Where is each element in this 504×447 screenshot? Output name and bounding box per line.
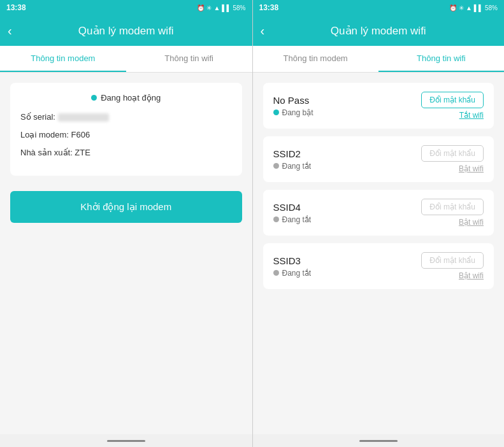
wifi-card-row-2: SSID4Đang tắtĐổi mật khẩuBật wifi xyxy=(273,199,484,227)
bottom-indicator-left xyxy=(107,440,145,442)
tabs-right: Thông tin modem Thông tin wifi xyxy=(253,46,505,73)
status-label: Đang hoạt động xyxy=(101,93,161,103)
status-indicator: Đang hoạt động xyxy=(20,93,232,103)
header-left: ‹ Quản lý modem wifi xyxy=(0,15,252,46)
tab-wifi-info-right[interactable]: Thông tin wifi xyxy=(378,46,504,72)
tab-modem-info-left[interactable]: Thông tin modem xyxy=(0,46,126,72)
time-left: 13:38 xyxy=(6,3,26,12)
content-right: No PassĐang bậtĐổi mật khẩuTắt wifiSSID2… xyxy=(253,73,505,434)
alarm-icon: ⏰ xyxy=(197,4,205,11)
bluetooth-icon: ✳ xyxy=(206,4,212,11)
status-icons-left: ⏰ ✳ ▲ ▌▌ 58% xyxy=(197,4,245,11)
wifi-name-1: SSID2 xyxy=(273,148,312,159)
back-button-left[interactable]: ‹ xyxy=(8,24,12,38)
change-pass-button-0[interactable]: Đổi mật khẩu xyxy=(421,92,484,108)
back-button-right[interactable]: ‹ xyxy=(261,24,265,38)
battery-text-r: 58% xyxy=(485,4,498,11)
wifi-card-left-0: No PassĐang bật xyxy=(273,95,313,117)
wifi-status-dot-2 xyxy=(273,216,279,222)
time-right: 13:38 xyxy=(259,3,279,12)
serial-row: Số serial: xyxy=(20,111,232,123)
toggle-wifi-button-2[interactable]: Bật wifi xyxy=(459,218,484,227)
modem-info-card: Đang hoạt động Số serial: Loại modem: F6… xyxy=(10,83,242,176)
wifi-name-3: SSID3 xyxy=(273,255,312,266)
wifi-card-row-1: SSID2Đang tắtĐổi mật khẩuBật wifi xyxy=(273,145,484,173)
wifi-status-dot-1 xyxy=(273,163,279,169)
model-row: Loại modem: F606 xyxy=(20,129,232,141)
wifi-status-text-0: Đang bật xyxy=(282,108,313,117)
header-title-right: Quản lý modem wifi xyxy=(331,24,426,38)
wifi-actions-3: Đổi mật khẩuBật wifi xyxy=(421,252,484,280)
change-pass-button-1[interactable]: Đổi mật khẩu xyxy=(421,145,484,162)
alarm-icon-r: ⏰ xyxy=(449,4,457,11)
wifi-card-left-1: SSID2Đang tắt xyxy=(273,148,312,171)
wifi-card-left-2: SSID4Đang tắt xyxy=(273,202,312,224)
wifi-status-row-2: Đang tắt xyxy=(273,215,312,224)
bottom-indicator-right xyxy=(359,440,398,442)
active-dot xyxy=(91,95,97,101)
change-pass-button-2[interactable]: Đổi mật khẩu xyxy=(421,199,484,215)
wifi-card-row-3: SSID3Đang tắtĐổi mật khẩuBật wifi xyxy=(273,252,484,280)
wifi-card-1: SSID2Đang tắtĐổi mật khẩuBật wifi xyxy=(263,136,494,182)
toggle-wifi-button-3[interactable]: Bật wifi xyxy=(459,271,484,280)
wifi-status-text-1: Đang tắt xyxy=(282,162,312,171)
header-title-left: Quản lý modem wifi xyxy=(78,24,174,38)
wifi-status-row-3: Đang tắt xyxy=(273,269,312,278)
wifi-status-text-2: Đang tắt xyxy=(282,215,312,224)
tab-modem-info-right[interactable]: Thông tin modem xyxy=(253,46,378,72)
wifi-card-0: No PassĐang bậtĐổi mật khẩuTắt wifi xyxy=(263,83,494,129)
wifi-name-0: No Pass xyxy=(273,95,313,106)
tabs-left: Thông tin modem Thông tin wifi xyxy=(0,46,252,73)
toggle-wifi-button-0[interactable]: Tắt wifi xyxy=(459,111,484,120)
bottom-bar-left xyxy=(0,434,252,447)
wifi-actions-0: Đổi mật khẩuTắt wifi xyxy=(421,92,484,120)
signal-icon-r: ▌▌ xyxy=(474,4,483,11)
battery-text: 58% xyxy=(233,4,245,11)
wifi-status-dot-3 xyxy=(273,270,279,276)
toggle-wifi-button-1[interactable]: Bật wifi xyxy=(459,164,484,173)
wifi-status-dot-0 xyxy=(273,110,279,115)
wifi-icon: ▲ xyxy=(213,4,220,11)
status-bar-right: 13:38 ⏰ ✳ ▲ ▌▌ 58% xyxy=(253,0,505,15)
bluetooth-icon-r: ✳ xyxy=(459,4,464,11)
bottom-bar-right xyxy=(253,434,505,447)
signal-icon: ▌▌ xyxy=(222,4,231,11)
header-right: ‹ Quản lý modem wifi xyxy=(253,15,505,46)
status-icons-right: ⏰ ✳ ▲ ▌▌ 58% xyxy=(449,4,498,11)
left-panel: 13:38 ⏰ ✳ ▲ ▌▌ 58% ‹ Quản lý modem wifi … xyxy=(0,0,252,447)
restart-button[interactable]: Khởi động lại modem xyxy=(10,191,242,223)
serial-label: Số serial: xyxy=(20,112,55,122)
content-left: Đang hoạt động Số serial: Loại modem: F6… xyxy=(0,73,252,434)
wifi-actions-2: Đổi mật khẩuBật wifi xyxy=(421,199,484,227)
wifi-status-row-1: Đang tắt xyxy=(273,162,312,171)
right-panel: 13:38 ⏰ ✳ ▲ ▌▌ 58% ‹ Quản lý modem wifi … xyxy=(252,0,505,447)
change-pass-button-3[interactable]: Đổi mật khẩu xyxy=(421,252,484,269)
wifi-icon-r: ▲ xyxy=(466,4,472,11)
tab-wifi-info-left[interactable]: Thông tin wifi xyxy=(126,46,252,72)
manufacturer-row: Nhà sản xuất: ZTE xyxy=(20,147,232,159)
wifi-actions-1: Đổi mật khẩuBật wifi xyxy=(421,145,484,173)
wifi-card-3: SSID3Đang tắtĐổi mật khẩuBật wifi xyxy=(263,243,494,289)
wifi-card-row-0: No PassĐang bậtĐổi mật khẩuTắt wifi xyxy=(273,92,484,120)
wifi-status-text-3: Đang tắt xyxy=(282,269,312,278)
wifi-card-left-3: SSID3Đang tắt xyxy=(273,255,312,278)
serial-value xyxy=(58,113,109,122)
status-bar-left: 13:38 ⏰ ✳ ▲ ▌▌ 58% xyxy=(0,0,252,15)
wifi-status-row-0: Đang bật xyxy=(273,108,313,117)
wifi-card-2: SSID4Đang tắtĐổi mật khẩuBật wifi xyxy=(263,190,494,236)
wifi-name-2: SSID4 xyxy=(273,202,312,213)
